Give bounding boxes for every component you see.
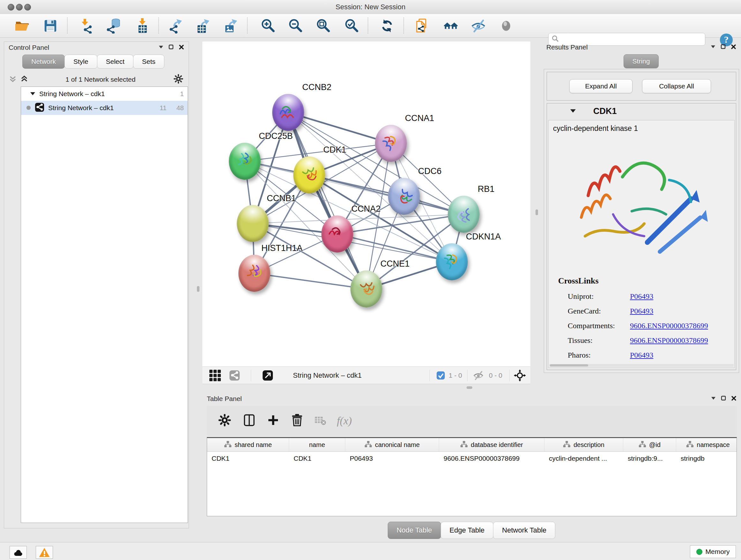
network-node-CCNB1[interactable]: [237, 205, 269, 242]
cloud-button[interactable]: [10, 546, 27, 559]
import-table-button[interactable]: [134, 17, 151, 35]
column-header-description[interactable]: description: [544, 438, 623, 451]
table-cell[interactable]: stringdb:9...: [623, 452, 676, 465]
network-node-RB1[interactable]: [448, 196, 480, 233]
export-network-button[interactable]: [167, 17, 185, 35]
panel-maximize-icon[interactable]: [169, 44, 174, 51]
table-row[interactable]: CDK1CDK1P064939606.ENSP00000378699cyclin…: [207, 452, 737, 465]
grid-view-icon[interactable]: [209, 370, 221, 381]
results-scrollbar[interactable]: [549, 364, 734, 367]
crosslink-link-uniprot[interactable]: P06493: [630, 292, 729, 301]
network-node-CDC25B[interactable]: [229, 143, 261, 180]
sphere-button[interactable]: [497, 17, 515, 35]
network-node-HIST1H1A[interactable]: [239, 255, 270, 292]
expand-all-button[interactable]: Expand All: [569, 79, 632, 93]
columns-icon[interactable]: [243, 414, 256, 428]
delete-row-icon[interactable]: [290, 414, 304, 428]
refresh-button[interactable]: [378, 17, 396, 35]
hidden-eye-icon[interactable]: [473, 370, 484, 381]
protein-ribbon-glyph: [294, 160, 324, 190]
export-table-button[interactable]: [194, 17, 212, 35]
export-image-button[interactable]: [222, 17, 240, 35]
left-splitter-handle[interactable]: [197, 286, 199, 292]
gene-section-header[interactable]: CDK1: [547, 104, 736, 119]
network-view-canvas[interactable]: CCNB2CCNA1CDC25BCDK1CDC6RB1CCNB1CCNA2CDK…: [202, 42, 530, 367]
homes-button[interactable]: [442, 17, 460, 35]
column-header-namespace[interactable]: namespace: [676, 438, 737, 451]
network-collection-row[interactable]: String Network – cdk1 1: [21, 87, 188, 101]
zoom-in-button[interactable]: [259, 17, 277, 35]
network-node-CDKN1A[interactable]: [436, 243, 468, 280]
warning-button[interactable]: [36, 546, 53, 559]
column-header-shared-name[interactable]: shared name: [207, 438, 289, 451]
external-link-icon[interactable]: [262, 370, 273, 381]
crosslink-link-compartments[interactable]: 9606.ENSP00000378699: [630, 321, 729, 330]
tab-sets[interactable]: Sets: [133, 55, 164, 69]
panel-float-icon[interactable]: [711, 44, 716, 51]
table-cell[interactable]: CDK1: [289, 452, 345, 465]
tab-node-table[interactable]: Node Table: [388, 522, 441, 539]
share-view-icon[interactable]: [229, 370, 240, 381]
network-node-CCNA2[interactable]: [321, 215, 353, 253]
network-node-CCNE1[interactable]: [350, 270, 382, 307]
document-share-button[interactable]: [413, 17, 431, 35]
right-splitter-handle[interactable]: [536, 209, 538, 215]
tab-style[interactable]: Style: [64, 55, 97, 69]
column-header--id[interactable]: @id: [623, 438, 676, 451]
network-node-CDC6[interactable]: [388, 178, 420, 215]
tab-string[interactable]: String: [623, 54, 659, 68]
column-type-icon: [224, 440, 232, 449]
panel-close-icon[interactable]: [731, 44, 736, 51]
zoom-selected-button[interactable]: [343, 17, 360, 35]
import-network-button[interactable]: [77, 17, 95, 35]
memory-label: Memory: [705, 548, 730, 556]
selected-checkbox-icon[interactable]: [436, 371, 445, 380]
column-type-icon: [563, 440, 570, 449]
table-cell[interactable]: cyclin-dependent ...: [544, 452, 623, 465]
import-database-button[interactable]: [105, 17, 122, 35]
tab-network[interactable]: Network: [22, 55, 65, 69]
panel-float-icon[interactable]: [158, 45, 163, 51]
panel-maximize-icon[interactable]: [721, 395, 726, 402]
panel-float-icon[interactable]: [711, 396, 716, 402]
crosslink-label: Compartments:: [568, 321, 630, 330]
expand-all-chevrons-icon[interactable]: [21, 75, 28, 84]
table-cell[interactable]: P06493: [345, 452, 439, 465]
table-cell[interactable]: 9606.ENSP00000378699: [439, 452, 544, 465]
eye-hide-button[interactable]: [469, 17, 487, 35]
network-node-CDK1[interactable]: [293, 157, 325, 193]
options-gear-icon[interactable]: [173, 74, 184, 85]
node-label-CDKN1A: CDKN1A: [466, 232, 501, 242]
tab-edge-table[interactable]: Edge Table: [441, 522, 494, 539]
bottom-splitter-handle[interactable]: [467, 386, 472, 389]
tab-network-table[interactable]: Network Table: [493, 522, 555, 539]
panel-close-icon[interactable]: [731, 395, 737, 402]
network-row[interactable]: String Network – cdk1 11 48: [21, 101, 188, 115]
table-cell[interactable]: CDK1: [207, 452, 289, 465]
collapse-triangle-icon[interactable]: [30, 90, 36, 98]
table-cell[interactable]: stringdb: [676, 452, 737, 465]
network-node-CCNA1[interactable]: [375, 125, 407, 162]
open-folder-button[interactable]: [13, 17, 31, 35]
settings-gear-icon[interactable]: [218, 414, 231, 428]
panel-close-icon[interactable]: [179, 44, 184, 51]
zoom-out-button[interactable]: [286, 17, 305, 35]
panel-maximize-icon[interactable]: [721, 44, 726, 51]
birdseye-icon[interactable]: [514, 369, 526, 381]
collapse-triangle-icon[interactable]: [570, 108, 576, 115]
crosslink-link-pharos[interactable]: P06493: [630, 351, 729, 360]
memory-button[interactable]: Memory: [690, 545, 736, 558]
zoom-fit-button[interactable]: [314, 17, 332, 35]
column-header-database-identifier[interactable]: database identifier: [439, 438, 544, 451]
column-header-canonical-name[interactable]: canonical name: [345, 438, 439, 451]
network-node-CCNB2[interactable]: [272, 94, 304, 131]
node-label-RB1: RB1: [478, 184, 495, 194]
tab-select[interactable]: Select: [97, 55, 133, 69]
collapse-all-chevrons-icon[interactable]: [9, 75, 16, 84]
crosslink-link-genecard[interactable]: P06493: [630, 307, 729, 315]
collapse-all-button[interactable]: Collapse All: [642, 79, 711, 93]
column-header-name[interactable]: name: [289, 438, 345, 451]
add-column-icon[interactable]: [267, 414, 280, 428]
crosslink-link-tissues[interactable]: 9606.ENSP00000378699: [630, 336, 729, 345]
save-button[interactable]: [42, 17, 59, 35]
